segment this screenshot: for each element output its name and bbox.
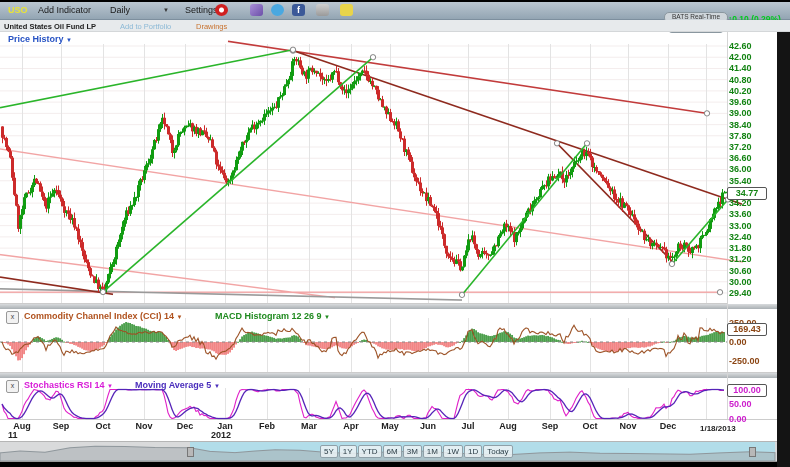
- time-axis-month-label: Oct: [95, 421, 110, 431]
- macd-dropdown-arrow-icon: ▼: [324, 314, 330, 320]
- time-axis-year-label: 2012: [211, 430, 231, 440]
- stoch-last-value-badge: 100.00: [727, 384, 767, 397]
- chat-icon[interactable]: [340, 4, 353, 16]
- price-axis-tick: 36.60: [729, 153, 773, 163]
- range-button-ytd[interactable]: YTD: [358, 445, 382, 458]
- range-selector: 5Y1YYTD6M3M1M1W1DToday: [320, 445, 513, 458]
- price-axis-tick: 40.80: [729, 75, 773, 85]
- price-axis-tick: 36.00: [729, 164, 773, 174]
- camera-icon[interactable]: [316, 4, 329, 16]
- period-dropdown-arrow-icon[interactable]: ▼: [163, 7, 169, 13]
- price-panel-dropdown-arrow-icon: ▼: [66, 37, 72, 43]
- price-axis-tick: 30.60: [729, 266, 773, 276]
- time-axis-month-label: Feb: [259, 421, 275, 431]
- price-axis-tick: 39.00: [729, 108, 773, 118]
- subheader-bar: United States Oil Fund LP Add to Portfol…: [0, 20, 790, 32]
- price-axis-tick: 30.00: [729, 277, 773, 287]
- range-button-1w[interactable]: 1W: [443, 445, 463, 458]
- cci-last-value-badge: 169.43: [727, 323, 767, 336]
- ma-panel-title[interactable]: Moving Average 5 ▼: [135, 380, 220, 390]
- range-button-3m[interactable]: 3M: [403, 445, 422, 458]
- symbol-label: USO: [8, 5, 28, 15]
- time-axis-month-label: May: [381, 421, 399, 431]
- range-button-1y[interactable]: 1Y: [339, 445, 357, 458]
- cci-panel-title[interactable]: Commodity Channel Index (CCI) 14 ▼: [24, 311, 183, 321]
- cci-axis-tick: -250.00: [729, 356, 773, 366]
- alert-icon[interactable]: [215, 4, 228, 16]
- time-axis-month-label: Jul: [461, 421, 474, 431]
- settings-button[interactable]: Settings: [185, 5, 218, 15]
- add-indicator-button[interactable]: Add Indicator: [38, 5, 91, 15]
- price-axis-tick: 29.40: [729, 288, 773, 298]
- cci-title-label: Commodity Channel Index (CCI) 14: [24, 311, 174, 321]
- time-axis-month-label: Nov: [619, 421, 636, 431]
- cci-axis-tick: 0.00: [729, 337, 773, 347]
- last-date-label: 1/18/2013: [700, 424, 736, 433]
- price-axis-tick: 41.40: [729, 63, 773, 73]
- price-axis-tick: 31.80: [729, 243, 773, 253]
- stoch-axis-tick: 0.00: [729, 414, 773, 424]
- price-axis-tick: 37.80: [729, 131, 773, 141]
- price-panel-title[interactable]: Price History ▼: [8, 34, 72, 44]
- macd-title-label: MACD Histogram 12 26 9: [215, 311, 322, 321]
- cci-dropdown-arrow-icon: ▼: [177, 314, 183, 320]
- time-axis-month-label: Nov: [135, 421, 152, 431]
- price-axis-tick: 33.60: [729, 209, 773, 219]
- cci-panel-close-button[interactable]: x: [6, 311, 19, 324]
- ma-title-label: Moving Average 5: [135, 380, 211, 390]
- price-axis-tick: 37.20: [729, 142, 773, 152]
- range-button-5y[interactable]: 5Y: [320, 445, 338, 458]
- time-axis-month-label: Sep: [53, 421, 70, 431]
- time-axis-month-label: Sep: [542, 421, 559, 431]
- range-button-1m[interactable]: 1M: [423, 445, 442, 458]
- range-button-today[interactable]: Today: [483, 445, 512, 458]
- stoch-title-label: Stochastics RSI 14: [24, 380, 105, 390]
- instrument-full-name: United States Oil Fund LP: [4, 22, 96, 31]
- stoch-axis-tick: 50.00: [729, 399, 773, 409]
- toolbar: USO Add Indicator Daily ▼ Settings f BAT…: [0, 2, 790, 20]
- period-dropdown[interactable]: Daily: [110, 5, 130, 15]
- facebook-icon[interactable]: f: [292, 4, 305, 16]
- stoch-panel-close-button[interactable]: x: [6, 380, 19, 393]
- range-button-1d[interactable]: 1D: [464, 445, 482, 458]
- price-axis-tick: 42.60: [729, 41, 773, 51]
- apps-icon[interactable]: [250, 4, 263, 16]
- time-axis-month-label: Mar: [301, 421, 317, 431]
- stoch-dropdown-arrow-icon: ▼: [107, 383, 113, 389]
- add-to-portfolio-link[interactable]: Add to Portfolio: [120, 22, 171, 31]
- price-panel-title-label: Price History: [8, 34, 64, 44]
- price-axis-tick: 31.20: [729, 254, 773, 264]
- app-window: USO Add Indicator Daily ▼ Settings f BAT…: [0, 0, 790, 467]
- price-axis-tick: 32.40: [729, 232, 773, 242]
- time-axis-month-label: Aug: [499, 421, 517, 431]
- time-axis-month-label: Dec: [660, 421, 677, 431]
- last-price-badge: 34.77: [727, 187, 767, 200]
- time-axis-month-label: Dec: [177, 421, 194, 431]
- time-axis-month-label: Apr: [343, 421, 359, 431]
- ma-dropdown-arrow-icon: ▼: [214, 383, 220, 389]
- macd-panel-title[interactable]: MACD Histogram 12 26 9 ▼: [215, 311, 330, 321]
- price-axis-tick: 39.60: [729, 97, 773, 107]
- price-axis-tick: 35.40: [729, 176, 773, 186]
- stoch-panel-title[interactable]: Stochastics RSI 14 ▼: [24, 380, 113, 390]
- price-axis-tick: 40.20: [729, 86, 773, 96]
- price-axis-tick: 33.00: [729, 221, 773, 231]
- chart-canvas[interactable]: [0, 0, 790, 467]
- window-right-edge: [777, 32, 790, 467]
- twitter-icon[interactable]: [271, 4, 284, 16]
- price-axis-tick: 38.40: [729, 120, 773, 130]
- drawings-link[interactable]: Drawings: [196, 22, 227, 31]
- time-axis-month-label: Oct: [582, 421, 597, 431]
- time-axis-year-label: 11: [8, 430, 18, 440]
- time-axis-month-label: Jun: [420, 421, 436, 431]
- range-button-6m[interactable]: 6M: [383, 445, 402, 458]
- price-axis-tick: 42.00: [729, 52, 773, 62]
